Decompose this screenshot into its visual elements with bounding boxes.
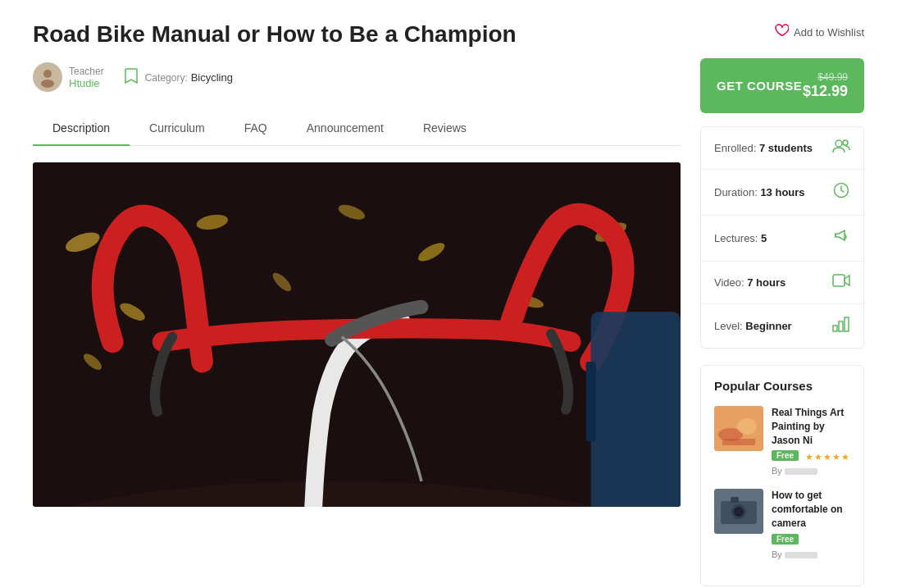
popular-courses: Popular Courses Real Things Art Painting <box>700 365 864 586</box>
star-4: ★ <box>832 452 840 463</box>
art-badges-row: Free ★ ★ ★ ★ ★ <box>772 450 850 464</box>
svg-point-28 <box>737 418 757 435</box>
art-author: By <box>772 466 850 476</box>
bike-background <box>33 162 681 507</box>
camera-badges-row: Free <box>772 534 850 548</box>
course-title: Road Bike Manual or How to Be a Champion <box>33 20 681 49</box>
teacher-name: Htudie <box>69 77 104 89</box>
svg-rect-23 <box>833 326 837 331</box>
sidebar-top: Add to Wishlist <box>700 20 864 45</box>
wishlist-label: Add to Wishlist <box>794 26 864 39</box>
users-icon <box>832 139 850 157</box>
star-1: ★ <box>805 452 813 463</box>
avatar <box>33 62 62 92</box>
info-video: Video: 7 hours <box>701 262 863 304</box>
tab-reviews[interactable]: Reviews <box>403 112 486 146</box>
info-level: Level: Beginner <box>701 304 863 348</box>
heart-icon <box>774 23 789 42</box>
category-details: Category: Bicycling <box>145 71 233 84</box>
tabs-bar: Description Curriculum FAQ Announcement … <box>33 112 681 146</box>
svg-point-20 <box>843 140 848 145</box>
svg-point-33 <box>734 507 744 517</box>
category-info: Category: Bicycling <box>124 67 233 88</box>
info-duration: Duration: 13 hours <box>701 170 863 216</box>
tab-announcement[interactable]: Announcement <box>287 112 403 146</box>
sale-price: $12.99 <box>803 83 848 100</box>
get-course-button[interactable]: GET COURSE $49.99 $12.99 <box>700 58 864 113</box>
star-2: ★ <box>814 452 822 463</box>
get-course-label: GET COURSE <box>717 79 802 93</box>
svg-rect-14 <box>586 362 596 441</box>
original-price: $49.99 <box>817 71 848 83</box>
camera-badge-free: Free <box>772 534 799 545</box>
popular-info-art: Real Things Art Painting by Jason Ni Fre… <box>772 406 850 476</box>
megaphone-icon <box>832 227 850 249</box>
wishlist-button[interactable]: Add to Wishlist <box>774 20 864 45</box>
popular-title: Popular Courses <box>714 379 850 393</box>
tab-description[interactable]: Description <box>33 112 130 146</box>
tab-curriculum[interactable]: Curriculum <box>130 112 225 146</box>
art-badge-free: Free <box>772 450 799 461</box>
video-icon <box>832 273 850 292</box>
info-lectures: Lectures: 5 <box>701 216 863 262</box>
clock-icon <box>832 181 850 203</box>
art-stars: ★ ★ ★ ★ ★ <box>805 452 849 463</box>
category-value: Bicycling <box>191 71 233 84</box>
price-block: $49.99 $12.99 <box>803 71 848 100</box>
category-label: Category: <box>145 72 188 84</box>
teacher-info: Teacher Htudie <box>33 62 104 92</box>
lectures-text: Lectures: 5 <box>714 232 767 244</box>
camera-author: By <box>772 549 850 559</box>
chart-icon <box>832 316 850 336</box>
svg-point-0 <box>43 70 52 78</box>
course-image <box>33 162 681 507</box>
popular-thumb-art <box>714 406 763 451</box>
get-course-card: GET COURSE $49.99 $12.99 <box>700 58 864 113</box>
popular-item-camera[interactable]: How to get comfortable on camera Free By <box>714 489 850 558</box>
camera-author-name-blur <box>785 552 817 558</box>
art-course-title: Real Things Art Painting by Jason Ni <box>772 406 850 447</box>
meta-row: Teacher Htudie Category: Bicycling <box>33 62 681 92</box>
star-5: ★ <box>841 452 849 463</box>
main-content: Road Bike Manual or How to Be a Champion… <box>33 20 681 586</box>
popular-info-camera: How to get comfortable on camera Free By <box>772 489 850 558</box>
teacher-label: Teacher <box>69 66 104 77</box>
popular-item-art[interactable]: Real Things Art Painting by Jason Ni Fre… <box>714 406 850 476</box>
bookmark-icon <box>124 67 139 88</box>
info-enrolled: Enrolled: 7 students <box>701 127 863 170</box>
course-info-list: Enrolled: 7 students Duration: 13 hours <box>700 126 864 349</box>
svg-point-19 <box>836 140 842 147</box>
svg-rect-29 <box>722 439 755 445</box>
svg-rect-34 <box>731 497 739 503</box>
tab-faq[interactable]: FAQ <box>225 112 287 146</box>
author-name-blur <box>785 468 817 475</box>
sidebar: Add to Wishlist GET COURSE $49.99 $12.99… <box>700 20 864 586</box>
camera-course-title: How to get comfortable on camera <box>772 489 850 530</box>
duration-text: Duration: 13 hours <box>714 186 805 198</box>
svg-rect-22 <box>833 275 845 286</box>
svg-rect-13 <box>591 312 681 508</box>
svg-point-1 <box>41 80 54 88</box>
video-text: Video: 7 hours <box>714 276 785 289</box>
level-text: Level: Beginner <box>714 320 792 332</box>
enrolled-text: Enrolled: 7 students <box>714 142 813 154</box>
star-3: ★ <box>823 452 831 463</box>
teacher-details: Teacher Htudie <box>69 66 104 89</box>
popular-thumb-camera <box>714 489 763 534</box>
svg-rect-24 <box>839 321 843 331</box>
svg-rect-25 <box>845 317 849 331</box>
page-wrapper: Road Bike Manual or How to Be a Champion… <box>0 0 897 588</box>
